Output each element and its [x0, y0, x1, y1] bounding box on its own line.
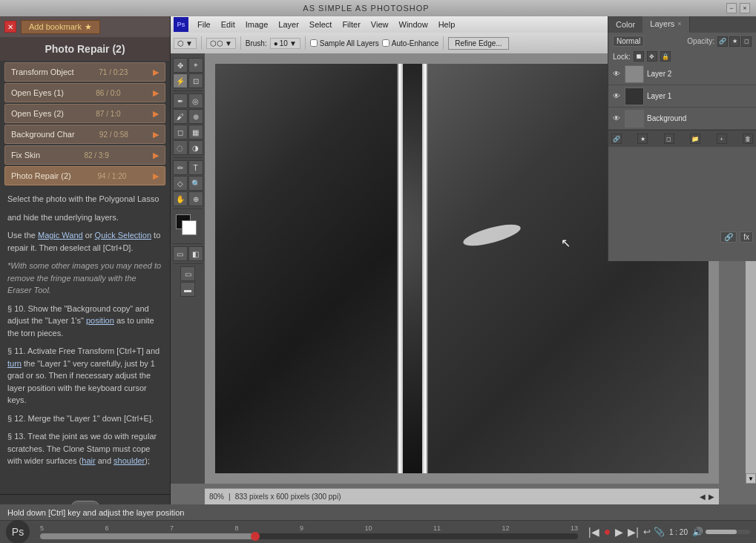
pen-tool[interactable]: ✏: [173, 160, 188, 175]
lasso-mode-btn[interactable]: ⬡⬡ ▼: [206, 38, 236, 49]
crop-tool[interactable]: ⊡: [188, 73, 203, 88]
add-style-btn[interactable]: ★: [637, 134, 648, 144]
step-background-char[interactable]: Background Char 92 / 0:58 ▶: [4, 125, 165, 144]
step-open-eyes-1[interactable]: Open Eyes (1) 86 / 0:0 ▶: [4, 83, 165, 102]
dodge-tool[interactable]: ◑: [188, 140, 203, 155]
bookmark-icon[interactable]: 📎: [654, 527, 665, 537]
hand-tool[interactable]: ✋: [173, 191, 188, 206]
lesson-icon-button[interactable]: Ps: [6, 520, 30, 543]
screen-mode2-btn[interactable]: ▬: [180, 282, 195, 297]
sample-all-input[interactable]: [310, 39, 318, 47]
volume-icon[interactable]: 🔊: [692, 527, 703, 537]
scroll-down-button[interactable]: ▼: [746, 473, 756, 484]
step-meta: 86 / 0:0: [96, 89, 120, 97]
hair-link[interactable]: hair: [82, 456, 95, 465]
lock-move-icon[interactable]: ✥: [647, 51, 657, 62]
scroll-right-btn[interactable]: ▶: [709, 493, 714, 501]
minimize-button[interactable]: −: [726, 3, 737, 13]
next-frame-btn[interactable]: ▶|: [628, 526, 639, 538]
menu-help[interactable]: Help: [434, 19, 460, 30]
layers-panel-close[interactable]: ×: [677, 20, 681, 27]
add-mask-btn[interactable]: ◻: [664, 134, 674, 144]
turn-link[interactable]: turn: [7, 359, 22, 368]
scroll-controls[interactable]: ◀ ▶: [700, 493, 714, 501]
menu-layer[interactable]: Layer: [274, 19, 303, 30]
type-tool[interactable]: T: [188, 160, 203, 175]
layer-visibility-icon[interactable]: 👁: [611, 69, 622, 79]
window-controls[interactable]: − ×: [726, 3, 750, 13]
layers-tab[interactable]: Layers ×: [642, 16, 689, 33]
shape-tool[interactable]: ◇: [173, 176, 188, 191]
layer-item-2[interactable]: 👁 Layer 2: [608, 63, 756, 85]
scroll-left-btn[interactable]: ◀: [700, 493, 706, 501]
volume-slider[interactable]: [706, 530, 750, 534]
bookmark-close-button[interactable]: ✕: [4, 21, 16, 33]
magic-wand-link[interactable]: Magic Wand: [38, 231, 83, 240]
lock-all-icon[interactable]: 🔒: [660, 51, 671, 62]
auto-enhance-checkbox[interactable]: Auto-Enhance: [382, 39, 438, 47]
magic-wand-tool[interactable]: ⚡: [173, 73, 188, 88]
blend-mode-selector[interactable]: Normal: [613, 36, 644, 47]
prev-frame-btn[interactable]: |◀: [588, 526, 599, 538]
menu-edit[interactable]: Edit: [217, 19, 240, 30]
step-transform-object[interactable]: Transform Object 71 / 0:23 ▶: [4, 62, 165, 82]
layer-visibility-icon[interactable]: 👁: [611, 113, 622, 124]
standard-mode-btn[interactable]: ▭: [173, 246, 188, 261]
layer-mask-icon[interactable]: ◻: [741, 36, 752, 47]
quick-selection-link[interactable]: Quick Selection: [95, 231, 151, 240]
menu-filter[interactable]: Filter: [338, 19, 364, 30]
brush-size-btn[interactable]: ● 10 ▼: [270, 38, 300, 49]
toolbox-separator-3: [173, 208, 203, 209]
step-photo-repair-2[interactable]: Photo Repair (2) 94 / 1:20 ▶: [4, 166, 165, 185]
quick-mask-btn[interactable]: ◧: [188, 246, 203, 261]
step-open-eyes-2[interactable]: Open Eyes (2) 87 / 1:0 ▶: [4, 104, 165, 123]
close-button[interactable]: ×: [740, 3, 750, 13]
tear-right-edge: [422, 64, 428, 473]
menu-file[interactable]: File: [193, 19, 215, 30]
selection-mode-btn[interactable]: ⬡ ▼: [174, 38, 197, 49]
lock-pixels-icon[interactable]: 🔲: [634, 51, 644, 62]
sample-all-checkbox[interactable]: Sample All Layers: [310, 39, 379, 47]
menu-view[interactable]: View: [367, 19, 393, 30]
layer-item-background[interactable]: 👁 Background: [608, 108, 756, 130]
gradient-tool[interactable]: ▦: [188, 125, 203, 139]
zoom2-tool[interactable]: ⊕: [188, 191, 203, 206]
step-fix-skin[interactable]: Fix Skin 82 / 3:9 ▶: [4, 145, 165, 165]
record-btn[interactable]: ●: [604, 525, 611, 539]
new-group-btn[interactable]: 📁: [690, 134, 700, 144]
layer-visibility-icon[interactable]: 👁: [611, 91, 622, 102]
zoom-tool[interactable]: 🔍: [188, 176, 203, 191]
color-tab[interactable]: Color: [608, 16, 642, 33]
color-picker[interactable]: [176, 214, 200, 238]
link-icon-btn[interactable]: 🔗: [720, 231, 737, 243]
menu-window[interactable]: Window: [395, 19, 433, 30]
link-layers-btn[interactable]: 🔗: [611, 134, 622, 144]
brush-tool[interactable]: 🖌: [173, 109, 188, 124]
screen-mode-btn[interactable]: ▭: [180, 266, 195, 281]
delete-layer-btn[interactable]: 🗑: [743, 134, 753, 144]
add-bookmark-button[interactable]: Add bookmark ★: [21, 20, 100, 34]
auto-enhance-input[interactable]: [382, 39, 389, 47]
layer-style-icon[interactable]: ★: [729, 36, 740, 47]
menu-image[interactable]: Image: [241, 19, 273, 30]
position-link[interactable]: position: [86, 316, 114, 325]
eyedropper-tool[interactable]: ✒: [173, 93, 188, 108]
new-layer-btn[interactable]: +: [717, 134, 727, 144]
refine-edge-button[interactable]: Refine Edge...: [448, 37, 508, 50]
play-btn[interactable]: ▶: [615, 526, 623, 538]
spot-heal-tool[interactable]: ◎: [188, 93, 203, 108]
layer-item-1[interactable]: 👁 Layer 1: [608, 85, 756, 108]
background-color[interactable]: [182, 220, 197, 235]
playhead[interactable]: [251, 532, 260, 541]
shoulder-link[interactable]: shoulder: [114, 456, 145, 465]
loop-icon[interactable]: ↩: [643, 527, 651, 537]
lasso-tool[interactable]: ⌖: [188, 58, 203, 73]
menu-select[interactable]: Select: [305, 19, 337, 30]
timeline-track[interactable]: [40, 533, 578, 539]
fx-button[interactable]: fx: [740, 231, 753, 243]
clone-stamp-tool[interactable]: ⊕: [188, 109, 203, 124]
eraser-tool[interactable]: ◻: [173, 125, 188, 139]
blur-tool[interactable]: ◌: [173, 140, 188, 155]
move-tool[interactable]: ✥: [173, 58, 188, 73]
layer-link-icon[interactable]: 🔗: [717, 36, 728, 47]
